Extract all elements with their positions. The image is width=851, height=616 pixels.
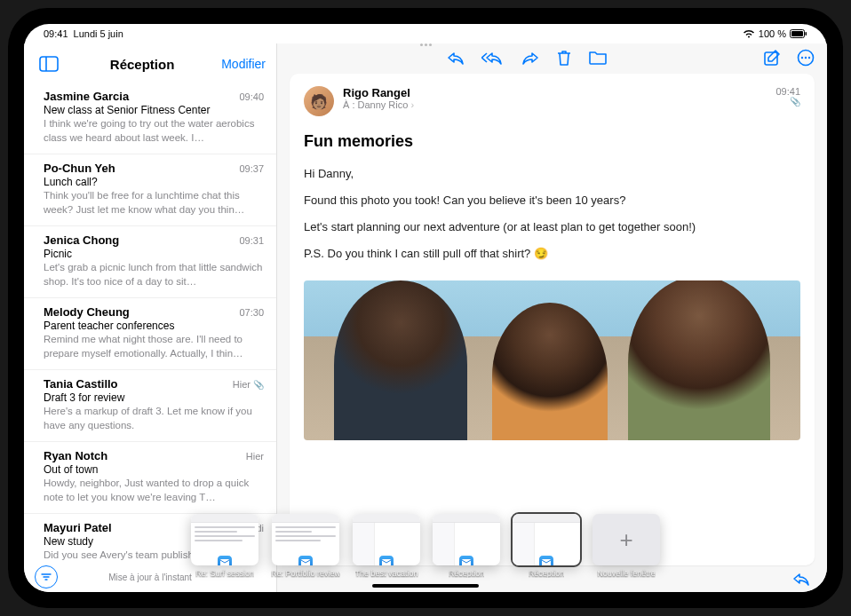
svg-point-11 bbox=[805, 57, 807, 59]
sidebar-toggle-button[interactable] bbox=[35, 51, 63, 77]
attachment-icon: 📎 bbox=[253, 380, 264, 390]
mail-preview: Here's a markup of draft 3. Let me know … bbox=[44, 405, 264, 432]
mail-subject: New class at Senior Fitness Center bbox=[44, 104, 264, 116]
more-button[interactable] bbox=[797, 49, 815, 67]
message-subject: Fun memories bbox=[304, 132, 800, 151]
mail-list-pane: Réception Modifier Jasmine Garcia09:40 N… bbox=[24, 43, 277, 592]
wifi-icon bbox=[743, 29, 755, 38]
status-bar: 09:41 Lundi 5 juin 100 % bbox=[24, 24, 827, 43]
trash-button[interactable] bbox=[556, 49, 572, 67]
message-header: 🧑🏽 Rigo Rangel À : Danny Rico › 09:41 📎 bbox=[304, 86, 800, 116]
shelf-window[interactable]: Réception bbox=[433, 514, 500, 578]
shelf-window-current[interactable]: Réception bbox=[513, 514, 580, 578]
status-time: 09:41 bbox=[44, 28, 68, 39]
mail-list-header: Réception Modifier bbox=[24, 43, 276, 83]
message-pane: 🧑🏽 Rigo Rangel À : Danny Rico › 09:41 📎 … bbox=[277, 43, 827, 592]
message-body: Hi Danny, Found this photo you took! Can… bbox=[304, 163, 800, 270]
shelf-window[interactable]: The best vacation bbox=[353, 514, 420, 578]
recipient-line[interactable]: À : Danny Rico › bbox=[343, 99, 414, 110]
mail-time: Hier📎 bbox=[233, 379, 264, 390]
mail-app-icon bbox=[378, 555, 394, 565]
mail-subject: Parent teacher conferences bbox=[44, 320, 264, 332]
svg-rect-2 bbox=[806, 32, 807, 36]
mail-sender: Jasmine Garcia bbox=[44, 90, 129, 103]
shelf-label: Nouvelle fenêtre bbox=[597, 569, 656, 578]
shelf-label: Réception bbox=[449, 569, 485, 578]
shelf-window[interactable]: Re: Surf session bbox=[191, 514, 258, 578]
mail-sender: Tania Castillo bbox=[44, 377, 118, 391]
forward-button[interactable] bbox=[521, 49, 540, 67]
mail-subject: Lunch call? bbox=[44, 176, 264, 188]
mail-sender: Mayuri Patel bbox=[44, 521, 112, 534]
mail-app-icon bbox=[458, 555, 474, 565]
message-time: 09:41 bbox=[775, 86, 800, 97]
filter-button[interactable] bbox=[35, 565, 58, 588]
status-date: Lundi 5 juin bbox=[74, 28, 123, 39]
multitasking-handle[interactable] bbox=[410, 43, 441, 47]
message-attachment-photo[interactable] bbox=[304, 280, 800, 440]
mail-list[interactable]: Jasmine Garcia09:40 New class at Senior … bbox=[24, 83, 276, 560]
mail-subject: Picnic bbox=[44, 248, 264, 260]
mail-item[interactable]: Tania CastilloHier📎 Draft 3 for review H… bbox=[24, 370, 276, 442]
mail-preview: Think you'll be free for a lunchtime cha… bbox=[44, 189, 264, 217]
mail-sender: Po-Chun Yeh bbox=[44, 162, 115, 175]
mail-item[interactable]: Po-Chun Yeh09:37 Lunch call? Think you'l… bbox=[24, 154, 276, 226]
mailbox-title: Réception bbox=[63, 57, 221, 72]
battery-icon bbox=[790, 29, 807, 38]
compose-button[interactable] bbox=[763, 49, 781, 67]
mail-item[interactable]: Jenica Chong09:31 Picnic Let's grab a pi… bbox=[24, 226, 276, 298]
shelf-new-window[interactable]: + Nouvelle fenêtre bbox=[593, 514, 660, 578]
reply-button[interactable] bbox=[446, 49, 465, 67]
mail-app-icon bbox=[538, 555, 554, 565]
attachment-icon: 📎 bbox=[775, 97, 800, 107]
sync-status: Mise à jour à l'instant bbox=[108, 573, 192, 582]
ipad-frame: 09:41 Lundi 5 juin 100 % bbox=[8, 8, 843, 608]
quick-reply-button[interactable] bbox=[791, 571, 811, 587]
mail-preview: Remind me what night those are. I'll nee… bbox=[44, 333, 264, 360]
plus-icon: + bbox=[593, 514, 660, 565]
mail-item[interactable]: Melody Cheung07:30 Parent teacher confer… bbox=[24, 298, 276, 370]
shelf-window[interactable]: Re: Portfolio review bbox=[271, 514, 340, 578]
svg-rect-1 bbox=[791, 31, 803, 36]
mail-time: 09:40 bbox=[239, 91, 264, 102]
chevron-right-icon: › bbox=[410, 99, 414, 110]
mail-item[interactable]: Jasmine Garcia09:40 New class at Senior … bbox=[24, 83, 276, 154]
move-button[interactable] bbox=[588, 49, 608, 67]
reply-all-button[interactable] bbox=[481, 49, 505, 67]
shelf-label: Re: Surf session bbox=[195, 569, 254, 578]
message-toolbar bbox=[277, 43, 827, 74]
mail-app-icon bbox=[298, 555, 314, 565]
app-shelf: Re: Surf session Re: Portfolio review Th… bbox=[184, 514, 667, 578]
sender-name[interactable]: Rigo Rangel bbox=[343, 86, 414, 99]
mail-time: 09:31 bbox=[239, 235, 264, 246]
mail-time: 07:30 bbox=[239, 307, 264, 318]
shelf-label: Réception bbox=[529, 569, 565, 578]
mail-preview: Howdy, neighbor, Just wanted to drop a q… bbox=[44, 477, 264, 504]
mail-preview: Let's grab a picnic lunch from that litt… bbox=[44, 261, 264, 288]
shelf-label: The best vacation bbox=[354, 569, 418, 578]
edit-button[interactable]: Modifier bbox=[221, 57, 266, 71]
app-content: Réception Modifier Jasmine Garcia09:40 N… bbox=[24, 43, 827, 592]
mail-sender: Jenica Chong bbox=[44, 233, 119, 247]
svg-point-10 bbox=[801, 57, 803, 59]
battery-percent: 100 % bbox=[759, 28, 786, 39]
mail-item[interactable]: Ryan NotchHier Out of town Howdy, neighb… bbox=[24, 442, 276, 514]
home-indicator[interactable] bbox=[372, 584, 479, 588]
svg-rect-3 bbox=[40, 57, 58, 71]
mail-time: Hier bbox=[246, 451, 264, 462]
mail-preview: I think we're going to try out the water… bbox=[44, 117, 264, 145]
message-card: 🧑🏽 Rigo Rangel À : Danny Rico › 09:41 📎 … bbox=[290, 74, 815, 565]
mail-sender: Ryan Notch bbox=[44, 449, 107, 462]
mail-time: 09:37 bbox=[239, 163, 264, 174]
svg-point-12 bbox=[808, 57, 810, 59]
mail-app-icon bbox=[217, 555, 233, 565]
mail-subject: Out of town bbox=[44, 463, 264, 476]
mail-sender: Melody Cheung bbox=[44, 305, 130, 319]
screen: 09:41 Lundi 5 juin 100 % bbox=[24, 24, 827, 592]
sender-avatar[interactable]: 🧑🏽 bbox=[304, 86, 334, 116]
mail-subject: Draft 3 for review bbox=[44, 391, 264, 404]
shelf-label: Re: Portfolio review bbox=[271, 569, 340, 578]
